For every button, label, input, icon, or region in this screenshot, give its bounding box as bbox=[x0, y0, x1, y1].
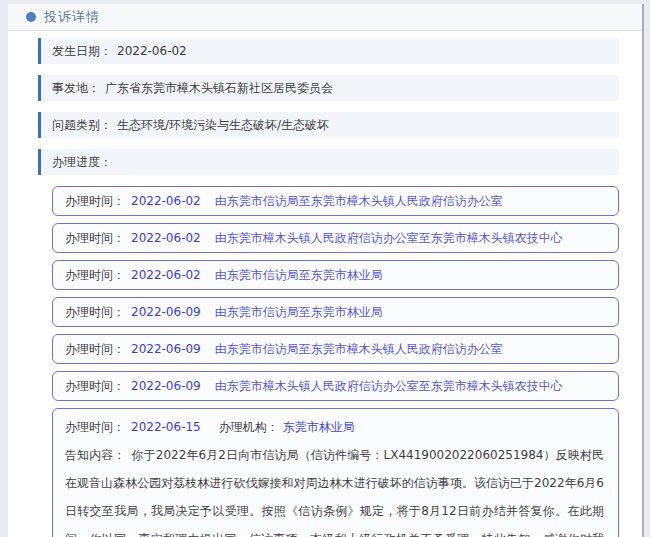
field-row-category: 问题类别：生态环境/环境污染与生态破坏/生态破坏 bbox=[38, 112, 619, 138]
progress-entry: 办理时间：2022-06-09由东莞市信访局至东莞市林业局 bbox=[52, 297, 619, 327]
progress-route-link[interactable]: 由东莞市樟木头镇人民政府信访办公室至东莞市樟木头镇农技中心 bbox=[215, 379, 563, 393]
progress-date: 2022-06-09 bbox=[131, 305, 201, 319]
field-label: 办理进度： bbox=[52, 155, 112, 169]
field-value: 2022-06-02 bbox=[117, 44, 187, 58]
final-notice-box: 办理时间：2022-06-15办理机构：东莞市林业局 告知内容：你于2022年6… bbox=[52, 408, 619, 537]
final-org-link[interactable]: 东莞市林业局 bbox=[283, 420, 355, 434]
field-label: 事发地： bbox=[52, 81, 100, 95]
progress-list: 办理时间：2022-06-02由东莞市信访局至东莞市樟木头镇人民政府信访办公室 … bbox=[52, 186, 619, 537]
final-meta-line: 办理时间：2022-06-15办理机构：东莞市林业局 bbox=[65, 413, 604, 441]
progress-time-label: 办理时间： bbox=[65, 231, 125, 245]
progress-entry: 办理时间：2022-06-02由东莞市樟木头镇人民政府信访办公室至东莞市樟木头镇… bbox=[52, 223, 619, 253]
progress-date: 2022-06-02 bbox=[131, 194, 201, 208]
final-date: 2022-06-15 bbox=[131, 420, 201, 434]
notice-text: 你于2022年6月2日向市信访局（信访件编号：LX441900202206025… bbox=[65, 448, 604, 537]
panel-content: 发生日期：2022-06-02 事发地：广东省东莞市樟木头镇石新社区居民委员会 … bbox=[8, 31, 642, 537]
progress-route-link[interactable]: 由东莞市樟木头镇人民政府信访办公室至东莞市樟木头镇农技中心 bbox=[215, 231, 563, 245]
progress-entry: 办理时间：2022-06-02由东莞市信访局至东莞市林业局 bbox=[52, 260, 619, 290]
final-org-label: 办理机构： bbox=[219, 420, 279, 434]
progress-entry: 办理时间：2022-06-09由东莞市樟木头镇人民政府信访办公室至东莞市樟木头镇… bbox=[52, 371, 619, 401]
progress-time-label: 办理时间： bbox=[65, 379, 125, 393]
progress-route-link[interactable]: 由东莞市信访局至东莞市樟木头镇人民政府信访办公室 bbox=[215, 194, 503, 208]
progress-time-label: 办理时间： bbox=[65, 342, 125, 356]
progress-entry: 办理时间：2022-06-02由东莞市信访局至东莞市樟木头镇人民政府信访办公室 bbox=[52, 186, 619, 216]
field-label: 问题类别： bbox=[52, 118, 112, 132]
field-row-occurrence-date: 发生日期：2022-06-02 bbox=[38, 38, 619, 64]
progress-route-link[interactable]: 由东莞市信访局至东莞市樟木头镇人民政府信访办公室 bbox=[215, 342, 503, 356]
field-row-location: 事发地：广东省东莞市樟木头镇石新社区居民委员会 bbox=[38, 75, 619, 101]
field-row-progress: 办理进度： bbox=[38, 149, 619, 175]
panel-header: 投诉详情 bbox=[8, 4, 642, 31]
page-title: 投诉详情 bbox=[44, 8, 100, 26]
final-time-label: 办理时间： bbox=[65, 420, 125, 434]
notice-paragraph: 告知内容：你于2022年6月2日向市信访局（信访件编号：LX4419002022… bbox=[65, 441, 604, 537]
progress-date: 2022-06-09 bbox=[131, 379, 201, 393]
notice-label: 告知内容： bbox=[65, 448, 126, 462]
field-label: 发生日期： bbox=[52, 44, 112, 58]
progress-date: 2022-06-02 bbox=[131, 231, 201, 245]
progress-route-link[interactable]: 由东莞市信访局至东莞市林业局 bbox=[215, 268, 383, 282]
field-value: 生态环境/环境污染与生态破坏/生态破坏 bbox=[117, 118, 329, 132]
progress-time-label: 办理时间： bbox=[65, 268, 125, 282]
progress-entry: 办理时间：2022-06-09由东莞市信访局至东莞市樟木头镇人民政府信访办公室 bbox=[52, 334, 619, 364]
progress-time-label: 办理时间： bbox=[65, 194, 125, 208]
complaint-detail-panel: 投诉详情 发生日期：2022-06-02 事发地：广东省东莞市樟木头镇石新社区居… bbox=[8, 4, 644, 537]
progress-time-label: 办理时间： bbox=[65, 305, 125, 319]
progress-route-link[interactable]: 由东莞市信访局至东莞市林业局 bbox=[215, 305, 383, 319]
progress-date: 2022-06-02 bbox=[131, 268, 201, 282]
progress-date: 2022-06-09 bbox=[131, 342, 201, 356]
field-value: 广东省东莞市樟木头镇石新社区居民委员会 bbox=[105, 81, 333, 95]
bullet-icon bbox=[26, 12, 36, 22]
